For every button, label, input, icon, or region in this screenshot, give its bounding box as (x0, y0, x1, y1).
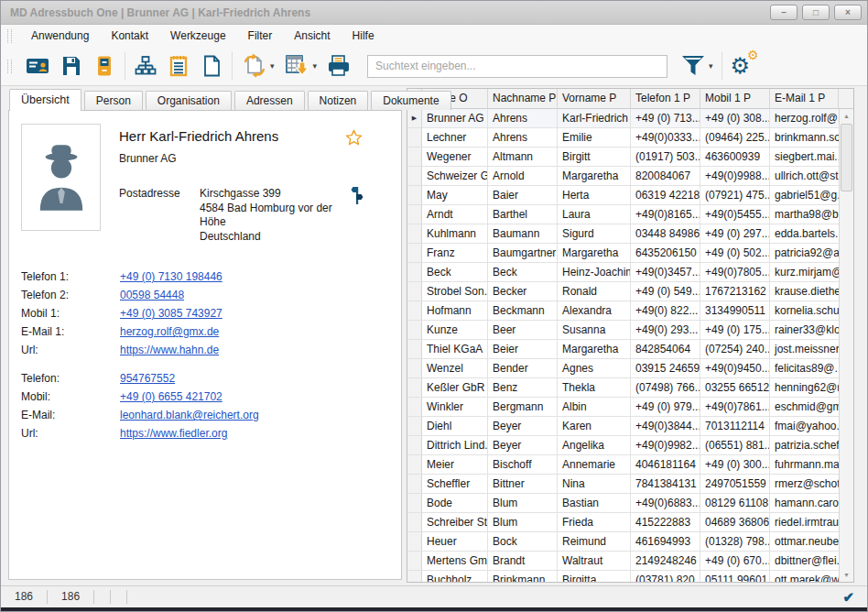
filter-button[interactable]: ▾ (675, 49, 718, 83)
email-1-link[interactable]: herzog.rolf@gmx.de (120, 325, 219, 338)
export-table-button[interactable]: ▾ (279, 49, 322, 83)
menu-item-werkzeuge[interactable]: Werkzeuge (159, 25, 236, 47)
contact-company: Brunner AG (119, 152, 344, 165)
cell-mobil: 05111 99601 (700, 571, 770, 582)
row-indicator (407, 378, 422, 398)
table-row[interactable]: Schweizer G... Arnold Margaretha 8200840… (407, 167, 839, 186)
tab-organisation[interactable]: Organisation (146, 91, 232, 110)
vertical-scrollbar[interactable]: ▲ ▼ (839, 109, 853, 582)
tab-dokumente[interactable]: Dokumente (371, 91, 450, 110)
contact-card-button[interactable] (20, 49, 55, 83)
table-row[interactable]: ▶ Brunner AG Ahrens Karl-Friedrich +49 (… (407, 109, 839, 128)
column-header-telefon-1-p[interactable]: Telefon 1 P (631, 89, 700, 109)
table-row[interactable]: Arndt Barthel Laura +49(0)8165... +49(0)… (407, 205, 839, 224)
row-indicator (407, 436, 422, 455)
maximize-button[interactable]: □ (802, 5, 830, 20)
settings-button[interactable]: ⚙ ⚙ (726, 49, 763, 83)
table-row[interactable]: Wenzel Bender Agnes 03915 246593 +49(0)9… (407, 359, 839, 378)
mobil-link[interactable]: +49 (0) 6655 421702 (120, 390, 222, 403)
scroll-up-icon[interactable]: ▲ (840, 109, 853, 123)
table-row[interactable]: Schreiber Sti... Blum Frieda 415222883 0… (407, 513, 839, 532)
cell-telefon: 6435206150 (631, 244, 700, 263)
telefon-1-link[interactable]: +49 (0) 7130 198446 (120, 270, 222, 283)
table-row[interactable]: Keßler GbR Benz Thekla (07498) 766... 03… (407, 378, 839, 398)
menu-item-kontakt[interactable]: Kontakt (100, 25, 159, 47)
menu-item-filter[interactable]: Filter (237, 25, 284, 47)
tab-notizen[interactable]: Notizen (308, 91, 369, 110)
table-row[interactable]: Dittrich Lind... Beyer Angelika +49(0)99… (407, 436, 839, 455)
tab-adressen[interactable]: Adressen (234, 91, 305, 110)
drawer-button[interactable] (88, 49, 121, 83)
url-1-link[interactable]: https://www.hahn.de (120, 344, 219, 356)
table-row[interactable]: Beck Beck Heinz-Joachim +49(0)3457... +4… (407, 263, 839, 282)
mobil-1-link[interactable]: +49 (0) 3085 743927 (120, 307, 222, 320)
chevron-down-icon[interactable]: ▾ (709, 61, 713, 71)
menu-item-anwendung[interactable]: Anwendung (20, 25, 100, 47)
column-header-vorname-p[interactable]: Vorname P (558, 89, 631, 109)
menu-item-ansicht[interactable]: Ansicht (283, 25, 341, 47)
cell-vorname: Sigurd (558, 224, 631, 244)
table-row[interactable]: Strobel Son... Becker Ronald +49 (0) 549… (407, 282, 839, 301)
scrollbar-thumb[interactable] (841, 124, 852, 191)
menu-item-hilfe[interactable]: Hilfe (342, 25, 385, 47)
toolbar-grip[interactable] (7, 60, 12, 73)
table-row[interactable]: Kunze Beer Susanna +49(0) 293... +49 (0)… (407, 321, 839, 340)
column-header-mobil-1-p[interactable]: Mobil 1 P (700, 89, 770, 109)
contact-photo[interactable] (21, 124, 101, 231)
cell-nachname: Altmann (488, 148, 558, 167)
table-row[interactable]: Winkler Bergmann Albin +49 (0) 979... +4… (407, 398, 839, 417)
close-button[interactable]: × (834, 5, 862, 20)
table-row[interactable]: Buchholz Brinkmann Birgitta (03781) 820.… (407, 571, 839, 582)
column-header-nachname-p[interactable]: Nachname P (488, 89, 558, 109)
table-row[interactable]: Franz Baumgartner Margaretha 6435206150 … (407, 244, 839, 263)
field-email-1: E-Mail 1: herzog.rolf@gmx.de (21, 322, 388, 341)
chevron-down-icon[interactable]: ▾ (313, 61, 318, 71)
table-row[interactable]: Hofmann Beckmann Alexandra +49(0) 822...… (407, 301, 839, 321)
email-link[interactable]: leonhard.blank@reichert.org (120, 409, 259, 421)
org-chart-button[interactable] (129, 49, 162, 83)
table-row[interactable]: Heuer Bock Reimund 461694993 (01328) 798… (407, 532, 839, 552)
telefon-2-link[interactable]: 00598 54448 (120, 289, 184, 301)
table-row[interactable]: May Baier Herta 06319 422183 (07921) 475… (407, 186, 839, 205)
field-telefon: Telefon: 954767552 (21, 369, 388, 388)
table-row[interactable]: Mertens Gm... Brandt Waltraut 2149248246… (407, 552, 839, 571)
row-indicator (407, 340, 422, 359)
cell-nachname: Arnold (488, 167, 558, 186)
scroll-down-icon[interactable]: ▼ (840, 568, 853, 582)
cell-email: edda.bartels... (770, 224, 839, 244)
cell-vorname: Agnes (558, 359, 631, 378)
table-row[interactable]: Kuhlmann Baumann Sigurd 03448 849863 +49… (407, 224, 839, 244)
favorite-star-icon[interactable] (345, 129, 363, 146)
search-input[interactable] (367, 55, 667, 78)
chevron-down-icon[interactable]: ▾ (270, 61, 275, 71)
table-row[interactable]: Wegener Altmann Birgitt (01917) 503... 4… (407, 148, 839, 167)
print-button[interactable] (321, 49, 356, 83)
tab-uebersicht[interactable]: Übersicht (9, 89, 81, 111)
save-button[interactable] (55, 49, 88, 83)
cell-nachname: Blum (488, 513, 558, 532)
notepad-button[interactable] (162, 49, 195, 83)
table-row[interactable]: Lechner Ahrens Emilie +49(0)0333... (094… (407, 128, 839, 148)
table-row[interactable]: Scheffler Bittner Nina 7841384131 249705… (407, 475, 839, 494)
new-document-button[interactable] (195, 49, 228, 83)
column-header-email-1-p[interactable]: E-Mail 1 P (770, 89, 839, 109)
cell-email: ott.marek@w... (770, 571, 839, 582)
filter-icon (679, 52, 707, 80)
telefon-link[interactable]: 954767552 (120, 372, 175, 385)
table-row[interactable]: Diehl Beyer Karen +49(0)3844... 70131121… (407, 417, 839, 436)
cell-name-o: Thiel KGaA (422, 340, 488, 359)
field-mobil: Mobil: +49 (0) 6655 421702 (21, 388, 388, 406)
table-row[interactable]: Bode Blum Bastian +49(0)6883... 08129 61… (407, 494, 839, 513)
title-bar[interactable]: MD Adressbuch One | Brunner AG | Karl-Fr… (1, 1, 867, 25)
table-row[interactable]: Thiel KGaA Beier Margaretha 842854064 (0… (407, 340, 839, 359)
route-signpost-icon[interactable] (350, 184, 364, 206)
tab-person[interactable]: Person (84, 91, 143, 110)
table-row[interactable]: Meier Bischoff Annemarie 4046181164 +49 … (407, 455, 839, 475)
cell-name-o: Heuer (422, 532, 488, 552)
menu-grip[interactable] (7, 29, 12, 43)
sync-document-button[interactable]: ▾ (236, 49, 279, 83)
cell-mobil: +49(0)7861... (700, 398, 770, 417)
minimize-button[interactable]: – (770, 5, 797, 20)
url-link[interactable]: https://www.fiedler.org (120, 427, 227, 440)
field-email: E-Mail: leonhard.blank@reichert.org (21, 406, 388, 424)
